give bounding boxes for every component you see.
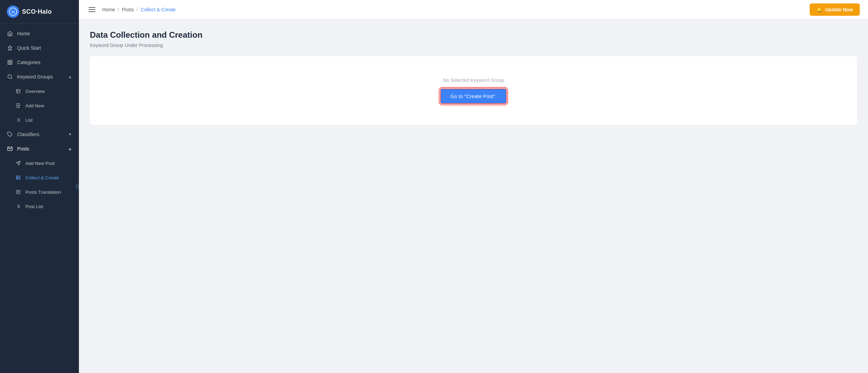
add-new-icon	[15, 103, 21, 109]
go-create-post-button[interactable]: Go to "Create Post".	[440, 88, 507, 104]
collect-create-icon	[15, 175, 21, 181]
breadcrumb-home[interactable]: Home	[102, 7, 115, 12]
svg-rect-22	[16, 176, 20, 180]
svg-rect-4	[10, 63, 12, 64]
categories-icon	[7, 59, 13, 65]
header: Home / Posts / Collect & Create 🔔 Update…	[79, 0, 868, 19]
sidebar-item-label: Add New Post	[25, 161, 55, 166]
update-now-icon: 🔔	[817, 7, 822, 12]
brand-name: SCO·Halo	[22, 8, 52, 15]
logo: Ai SCO·Halo	[0, 0, 79, 24]
sidebar: Ai SCO·Halo Home Quick Start	[0, 0, 79, 373]
rocket-icon	[7, 45, 13, 51]
keyword-groups-icon	[7, 74, 13, 80]
update-now-label: Update Now	[825, 7, 853, 12]
home-icon	[7, 31, 13, 37]
main-wrapper: Home / Posts / Collect & Create 🔔 Update…	[79, 0, 868, 373]
posts-icon	[7, 146, 13, 152]
sidebar-item-label: Add New	[25, 103, 44, 108]
sidebar-item-add-new-post[interactable]: Add New Post	[0, 156, 79, 170]
sidebar-item-label: Collect & Create	[25, 175, 59, 180]
overview-icon	[15, 88, 21, 94]
sidebar-item-label: Posts	[17, 146, 29, 152]
content-card: No Selected Keyword Group Go to "Create …	[90, 56, 857, 125]
sidebar-item-posts-translation[interactable]: Posts Translation	[0, 185, 79, 199]
add-new-post-icon	[15, 160, 21, 166]
sidebar-item-collect-create[interactable]: Collect & Create	[0, 170, 79, 185]
sidebar-item-overview[interactable]: Overview	[0, 84, 79, 98]
sidebar-item-label: Keyword Groups	[17, 74, 53, 80]
sidebar-item-quick-start[interactable]: Quick Start	[0, 41, 79, 55]
list-icon	[15, 117, 21, 123]
no-selection-message: No Selected Keyword Group	[443, 77, 504, 83]
sidebar-item-add-new[interactable]: Add New	[0, 98, 79, 113]
svg-rect-2	[8, 60, 10, 62]
breadcrumb-current: Collect & Create	[141, 7, 176, 12]
page-subtitle: Keyword Group Under Processing	[90, 43, 857, 48]
svg-rect-7	[16, 89, 20, 93]
chevron-down-icon: ▼	[68, 132, 72, 137]
sidebar-item-label: Overview	[25, 89, 45, 94]
sidebar-item-classifiers[interactable]: Classifiers ▼	[0, 127, 79, 142]
svg-point-6	[8, 75, 12, 79]
svg-rect-3	[10, 60, 12, 62]
update-now-button[interactable]: 🔔 Update Now	[810, 3, 860, 16]
svg-text:Ai: Ai	[12, 10, 15, 14]
posts-translation-icon	[15, 189, 21, 195]
sidebar-item-label: Classifiers	[17, 132, 39, 137]
chevron-up-icon: ▲	[68, 74, 72, 79]
page-content: Data Collection and Creation Keyword Gro…	[79, 19, 868, 373]
svg-rect-5	[8, 63, 10, 64]
sidebar-item-label: Home	[17, 31, 30, 36]
sidebar-item-label: Post List	[25, 204, 43, 209]
breadcrumb-posts[interactable]: Posts	[122, 7, 134, 12]
sidebar-item-keyword-groups[interactable]: Keyword Groups ▲	[0, 70, 79, 84]
breadcrumb-sep-2: /	[137, 7, 138, 12]
sidebar-nav: Home Quick Start Categories	[0, 24, 79, 373]
sidebar-item-categories[interactable]: Categories	[0, 55, 79, 70]
sidebar-item-label: List	[25, 118, 33, 123]
sidebar-item-post-list[interactable]: Post List	[0, 199, 79, 214]
header-left: Home / Posts / Collect & Create	[87, 6, 176, 13]
sidebar-item-label: Quick Start	[17, 45, 41, 51]
breadcrumb: Home / Posts / Collect & Create	[102, 7, 176, 12]
post-list-icon	[15, 203, 21, 209]
sidebar-item-label: Categories	[17, 60, 40, 65]
sidebar-item-label: Posts Translation	[25, 190, 61, 195]
logo-icon: Ai	[7, 5, 19, 18]
classifiers-icon	[7, 131, 13, 137]
hamburger-menu[interactable]	[87, 6, 97, 13]
page-title: Data Collection and Creation	[90, 30, 857, 40]
sidebar-item-home[interactable]: Home	[0, 26, 79, 41]
sidebar-item-list[interactable]: List	[0, 113, 79, 127]
sidebar-item-posts[interactable]: Posts ▲	[0, 142, 79, 156]
chevron-up-icon: ▲	[68, 146, 72, 151]
breadcrumb-sep-1: /	[118, 7, 119, 12]
